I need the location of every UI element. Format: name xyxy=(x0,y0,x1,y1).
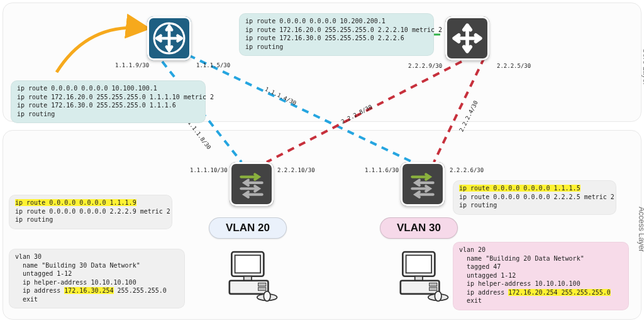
diagram-stage: Core Layer Access Layer 1.1.1.9/30 1.1.1… xyxy=(0,0,644,321)
svg-rect-5 xyxy=(258,283,266,286)
switch-right-if-right: 2.2.2.6/30 xyxy=(450,167,484,173)
switch-right-vlan-cfg: vlan 20 name "Building 20 Data Network" … xyxy=(453,242,629,310)
switch-right-vlan-pre: vlan 20 name "Building 20 Data Network" … xyxy=(459,246,584,296)
switch-right-if-left: 1.1.1.6/30 xyxy=(365,167,399,173)
svg-rect-13 xyxy=(430,283,437,286)
svg-point-8 xyxy=(264,291,270,302)
switch-left-routes: ip route 0.0.0.0 0.0.0.0 1.1.1.9 ip rout… xyxy=(9,195,172,229)
switch-right-vlan-post: exit xyxy=(459,297,482,304)
router-left-if-right: 1.1.1.5/30 xyxy=(196,62,230,68)
pc-left-icon xyxy=(224,248,279,303)
switch-left-vlan-cfg: vlan 30 name "Building 30 Data Network" … xyxy=(9,249,185,308)
vlan30-badge: VLAN 30 xyxy=(380,217,458,239)
router-left-config: ip route 0.0.0.0 0.0.0.0 10.100.100.1 ip… xyxy=(11,80,206,123)
switch-left-icon xyxy=(230,162,274,206)
router-right-config: ip route 0.0.0.0 0.0.0.0 10.200.200.1 ip… xyxy=(239,13,434,56)
router-right-if-right: 2.2.2.5/30 xyxy=(497,63,531,69)
switch-left-vlan-hl: 172.16.30.254 xyxy=(64,287,113,294)
svg-rect-2 xyxy=(235,255,260,273)
pc-right-icon xyxy=(395,248,450,303)
switch-right-routes-rest: ip route 0.0.0.0 0.0.0.0 2.2.2.5 metric … xyxy=(459,193,614,209)
access-layer-label: Access Layer xyxy=(637,207,644,252)
router-right-if-left: 2.2.2.9/30 xyxy=(408,63,442,69)
router-left-if-left: 1.1.1.9/30 xyxy=(115,62,149,68)
svg-point-16 xyxy=(435,291,441,302)
svg-rect-10 xyxy=(406,255,431,273)
switch-left-if-right: 2.2.2.10/30 xyxy=(277,167,315,173)
router-right-config-text: ip route 0.0.0.0 0.0.0.0 10.200.200.1 ip… xyxy=(245,18,442,50)
switch-left-route1: ip route 0.0.0.0 0.0.0.0 1.1.1.9 xyxy=(15,199,136,206)
switch-right-routes: ip route 0.0.0.0 0.0.0.0 1.1.1.5 ip rout… xyxy=(453,180,616,215)
svg-rect-6 xyxy=(258,287,266,290)
switch-left-if-left: 1.1.1.10/30 xyxy=(190,167,228,173)
switch-right-icon xyxy=(401,162,445,206)
router-left-config-text: ip route 0.0.0.0 0.0.0.0 10.100.100.1 ip… xyxy=(17,85,214,117)
router-right-icon xyxy=(445,16,489,60)
switch-right-route1: ip route 0.0.0.0 0.0.0.0 1.1.1.5 xyxy=(459,185,580,192)
switch-left-routes-rest: ip route 0.0.0.0 0.0.0.0 2.2.2.9 metric … xyxy=(15,208,170,224)
svg-rect-14 xyxy=(430,287,437,290)
router-left-icon xyxy=(147,16,191,60)
core-layer-label: Core Layer xyxy=(641,48,644,85)
vlan20-badge: VLAN 20 xyxy=(209,217,287,239)
switch-right-vlan-hl: 172.16.20.254 255.255.255.0 xyxy=(508,289,611,296)
